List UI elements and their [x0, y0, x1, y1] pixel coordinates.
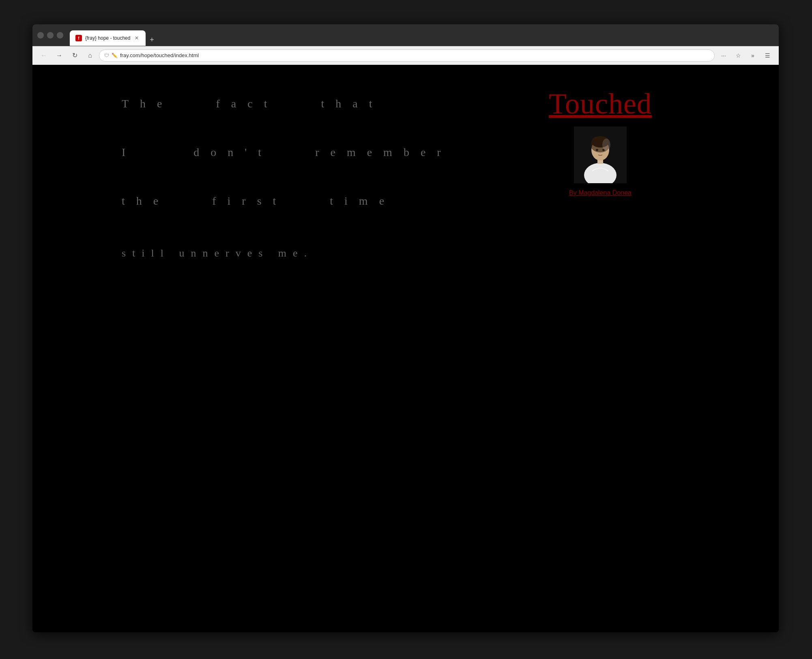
minimize-button[interactable] — [47, 32, 54, 39]
text-line-2: I don't remember — [122, 146, 452, 159]
tab-bar: f {fray} hope - touched ✕ + — [70, 24, 774, 46]
back-button[interactable]: ← — [37, 49, 50, 62]
more-button[interactable]: ··· — [717, 49, 730, 62]
svg-point-6 — [596, 149, 598, 151]
tab-favicon: f — [75, 35, 82, 41]
tab-title: {fray} hope - touched — [85, 35, 130, 41]
maximize-button[interactable] — [57, 32, 63, 39]
shield-icon: 🛡 — [104, 53, 109, 58]
extensions-button[interactable]: » — [746, 49, 759, 62]
menu-button[interactable]: ☰ — [761, 49, 774, 62]
text-line-3: the first time — [122, 195, 395, 208]
active-tab[interactable]: f {fray} hope - touched ✕ — [70, 30, 146, 46]
forward-icon: → — [56, 52, 62, 59]
text-line-1: The fact that — [122, 97, 383, 110]
bookmark-button[interactable]: ☆ — [732, 49, 745, 62]
story-image — [574, 126, 627, 183]
traffic-lights — [37, 32, 63, 39]
home-icon: ⌂ — [88, 52, 92, 59]
line2-text: I don't remember — [122, 146, 452, 158]
line3-text: the first time — [122, 195, 395, 207]
close-button[interactable] — [37, 32, 44, 39]
new-tab-button[interactable]: + — [146, 34, 158, 46]
url-text: fray.com/hope/touched/index.html — [120, 52, 709, 58]
text-line-4: still unnerves me. — [122, 247, 313, 259]
home-button[interactable]: ⌂ — [84, 49, 97, 62]
right-content: Touched — [543, 89, 657, 197]
portrait-svg — [574, 126, 627, 183]
reload-button[interactable]: ↻ — [68, 49, 81, 62]
back-icon: ← — [41, 52, 47, 59]
line1-text: The fact that — [122, 97, 383, 110]
page-content: The fact that I don't remember the first… — [32, 65, 779, 632]
browser-window: f {fray} hope - touched ✕ + ← → ↻ ⌂ 🛡 ✏️… — [32, 24, 779, 632]
forward-button[interactable]: → — [53, 49, 66, 62]
toolbar: ← → ↻ ⌂ 🛡 ✏️ fray.com/hope/touched/index… — [32, 46, 779, 65]
lock-icon: ✏️ — [112, 53, 118, 58]
author-link[interactable]: By Magdalena Donea — [569, 189, 632, 196]
line4-text: still unnerves me. — [122, 247, 313, 259]
reload-icon: ↻ — [72, 51, 77, 59]
toolbar-actions: ··· ☆ » ☰ — [717, 49, 774, 62]
url-bar[interactable]: 🛡 ✏️ fray.com/hope/touched/index.html — [99, 49, 715, 62]
story-title: Touched — [543, 89, 657, 118]
tab-close-button[interactable]: ✕ — [133, 35, 140, 41]
svg-point-8 — [599, 152, 601, 154]
svg-point-9 — [602, 139, 610, 151]
titlebar: f {fray} hope - touched ✕ + — [32, 24, 779, 46]
